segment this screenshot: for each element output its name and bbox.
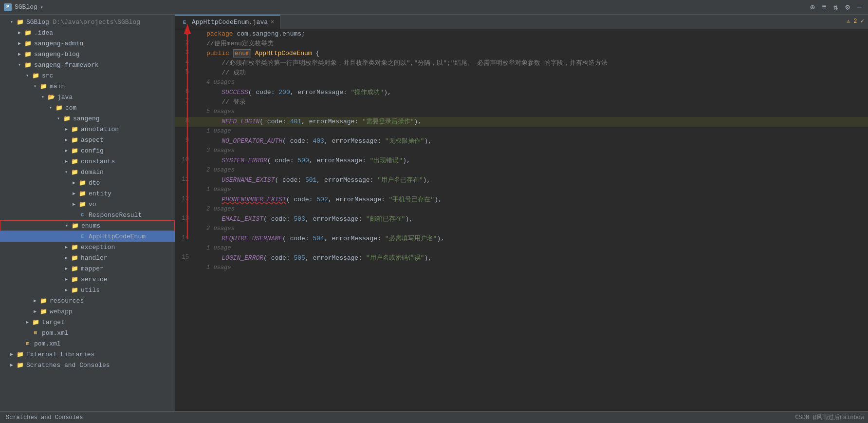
tree-item-framework[interactable]: ▾ 📁 sangeng-framework: [0, 59, 175, 70]
folder-icon-framework: 📁: [23, 60, 32, 69]
sidebar-content: ▾ 📁 SGBlog D:\Java\projects\SGBlog ▶ 📁 .…: [0, 15, 175, 411]
tree-label-sangeng: sangeng: [73, 115, 100, 122]
tree-item-mapper[interactable]: ▶ 📁 mapper: [0, 263, 175, 274]
code-line-8: 8 NEED_LOGIN( code: 401, errorMessage: "…: [175, 117, 868, 127]
tree-item-apphttpcodeenum[interactable]: E AppHttpCodeEnum: [0, 231, 175, 242]
tab-close-btn[interactable]: ×: [271, 19, 274, 26]
tree-item-idea[interactable]: ▶ 📁 .idea: [0, 27, 175, 38]
tree-item-exception[interactable]: ▶ 📁 exception: [0, 242, 175, 252]
tree-arrow-external-libs: ▶: [8, 351, 16, 357]
tab-apphttpcodeenum[interactable]: E AppHttpCodeEnum.java ×: [175, 15, 280, 29]
tree-arrow-handler: ▶: [62, 255, 70, 261]
tree-arrow-resources: ▶: [31, 298, 39, 304]
line-num-2usages10: [175, 166, 195, 166]
tree-item-main[interactable]: ▾ 📁 main: [0, 81, 175, 92]
code-line-4: 4 //必须在枚举类的第一行声明枚举类对象，并且枚举类对象之间以","分隔，以"…: [175, 58, 868, 68]
tree-arrow-admin: ▶: [16, 40, 23, 46]
tree-item-handler[interactable]: ▶ 📁 handler: [0, 252, 175, 263]
folder-icon-vo: 📁: [78, 200, 87, 209]
line-num-13: 13: [175, 214, 195, 222]
tree-item-aspect[interactable]: ▶ 📁 aspect: [0, 135, 175, 145]
line-num-12: 12: [175, 195, 195, 202]
tree-label-constants: constants: [81, 158, 115, 165]
dropdown-icon[interactable]: ▾: [40, 4, 43, 10]
action-btn-2[interactable]: ≡: [819, 2, 829, 12]
code-line-9: 9 NO_OPERATOR_AUTH( code: 403, errorMess…: [175, 136, 868, 146]
code-line-2usages13: 2 usages: [175, 224, 868, 234]
tree-item-vo[interactable]: ▶ 📁 vo: [0, 199, 175, 210]
code-content-14: REQUIRE_USERNAME( code: 504, errorMessag…: [204, 234, 868, 244]
editor-content[interactable]: 1 package com.sangeng.enums; 2 //使用menu定…: [175, 29, 868, 411]
tree-label-java: java: [57, 94, 73, 101]
tree-item-dto[interactable]: ▶ 📁 dto: [0, 177, 175, 188]
tree-item-scratches[interactable]: ▶ 📁 Scratches and Consoles: [0, 360, 175, 370]
tree-item-domain[interactable]: ▾ 📁 domain: [0, 167, 175, 177]
folder-icon-config: 📁: [70, 146, 79, 155]
tree-item-target[interactable]: ▶ 📁 target: [0, 317, 175, 327]
bottom-scratches[interactable]: Scratches and Consoles: [4, 414, 85, 421]
code-line-1: 1 package com.sangeng.enums;: [175, 29, 868, 39]
line-num-7: 7: [175, 97, 195, 105]
code-line-12: 12 PHONENUMBER_EXIST( code: 502, errorMe…: [175, 195, 868, 205]
action-btn-5[interactable]: —: [854, 2, 864, 12]
tree-item-com[interactable]: ▾ 📁 com: [0, 102, 175, 113]
code-line-7: 7 // 登录: [175, 97, 868, 107]
tree-item-admin[interactable]: ▶ 📁 sangeng-admin: [0, 38, 175, 49]
code-line-1usage14: 1 usage: [175, 244, 868, 253]
tree-arrow-target: ▶: [23, 319, 31, 325]
tree-item-constants[interactable]: ▶ 📁 constants: [0, 156, 175, 167]
tree-item-root[interactable]: ▾ 📁 SGBlog D:\Java\projects\SGBlog: [0, 17, 175, 27]
code-line-11: 11 USERNAME_EXIST( code: 501, errorMessa…: [175, 175, 868, 185]
tree-label-service: service: [81, 276, 108, 283]
tree-item-webapp[interactable]: ▶ 📁 webapp: [0, 306, 175, 317]
tree-arrow-dto: ▶: [70, 180, 78, 186]
tree-item-pom-framework[interactable]: m pom.xml: [0, 327, 175, 338]
folder-icon-src: 📁: [31, 71, 40, 80]
code-line-2usages12: 2 usages: [175, 205, 868, 214]
tree-label-main: main: [50, 83, 65, 90]
code-content-10: SYSTEM_ERROR( code: 500, errorMessage: "…: [204, 156, 868, 166]
hint-3usages9: 3 usages: [204, 146, 235, 155]
tree-arrow-java: ▾: [39, 94, 47, 100]
tree-arrow-exception: ▶: [62, 244, 70, 250]
tree-arrow-main: ▾: [31, 83, 39, 89]
tree-item-java[interactable]: ▾ 📂 java: [0, 92, 175, 102]
folder-icon-java: 📂: [47, 93, 55, 101]
code-line-14: 14 REQUIRE_USERNAME( code: 504, errorMes…: [175, 234, 868, 244]
folder-icon-mapper: 📁: [70, 264, 79, 273]
action-btn-4[interactable]: ⚙: [843, 2, 852, 12]
tab-bar: E AppHttpCodeEnum.java ×: [175, 15, 868, 29]
java-icon-responseresult: C: [78, 211, 87, 219]
tree-item-config[interactable]: ▶ 📁 config: [0, 145, 175, 156]
tree-item-utils[interactable]: ▶ 📁 utils: [0, 285, 175, 295]
tree-item-resources[interactable]: ▶ 📁 resources: [0, 295, 175, 306]
line-num-15: 15: [175, 253, 195, 261]
tree-item-entity[interactable]: ▶ 📁 entity: [0, 188, 175, 199]
folder-icon-target: 📁: [31, 318, 40, 327]
tree-item-enums[interactable]: ▾ 📁 enums: [0, 220, 175, 231]
code-content-4: //必须在枚举类的第一行声明枚举类对象，并且枚举类对象之间以","分隔，以";"…: [204, 58, 868, 68]
tree-item-responseresult[interactable]: C ResponseResult: [0, 210, 175, 220]
folder-icon-main: 📁: [39, 82, 48, 91]
tree-arrow-blog: ▶: [16, 51, 23, 57]
tree-item-pom-root[interactable]: m pom.xml: [0, 338, 175, 349]
tree-label-idea: .idea: [34, 29, 53, 37]
tree-item-external-libs[interactable]: ▶ 📁 External Libraries: [0, 349, 175, 360]
line-num-1: 1: [175, 29, 195, 37]
folder-icon-blog: 📁: [23, 50, 32, 58]
line-num-5usages: [175, 107, 195, 108]
line-num-5: 5: [175, 68, 195, 76]
code-content-6: SUCCESS( code: 200, errorMessage: "操作成功"…: [204, 88, 868, 97]
tree-item-blog[interactable]: ▶ 📁 sangeng-blog: [0, 49, 175, 59]
tree-item-src[interactable]: ▾ 📁 src: [0, 70, 175, 81]
action-btn-1[interactable]: ⊕: [808, 2, 817, 12]
code-content-15: LOGIN_ERROR( code: 505, errorMessage: "用…: [204, 253, 868, 263]
tree-item-sangeng[interactable]: ▾ 📁 sangeng: [0, 113, 175, 124]
action-btn-3[interactable]: ⇅: [831, 2, 841, 12]
tree-item-annotation[interactable]: ▶ 📁 annotation: [0, 124, 175, 135]
code-content-1: package com.sangeng.enums;: [204, 29, 868, 39]
tree-label-config: config: [81, 147, 104, 154]
tree-item-service[interactable]: ▶ 📁 service: [0, 274, 175, 285]
folder-icon-service: 📁: [70, 275, 79, 284]
line-num-1usage11: [175, 185, 195, 186]
